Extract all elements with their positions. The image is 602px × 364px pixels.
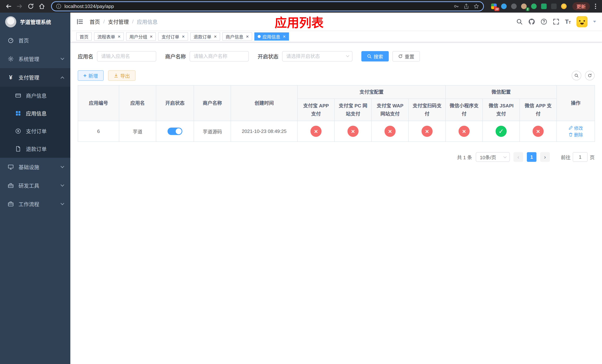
close-icon[interactable]: × [246,34,249,39]
toggle-search-button[interactable] [572,71,581,80]
group-header-wechat: 微信配置 [446,85,557,99]
add-button[interactable]: + 新增 [78,70,104,81]
avatar[interactable] [576,16,588,27]
sidebar-item-merchant-info[interactable]: 商户信息 [0,87,70,104]
breadcrumb-home[interactable]: 首页 [90,18,100,25]
chevron-down-icon [61,202,64,205]
tab-payment-orders[interactable]: 支付订单 × [158,32,188,41]
close-icon[interactable]: × [150,34,152,39]
search-button[interactable]: 搜索 [361,51,389,62]
search-icon[interactable] [516,18,523,25]
refresh-table-button[interactable] [585,71,595,80]
column-header: 支付宝 PC 网站支付 [334,99,372,121]
column-header: 微信小程序支付 [446,99,483,121]
sidebar-item-payment-orders[interactable]: 支付订单 [0,122,70,140]
help-icon[interactable] [540,18,547,25]
column-header: 操作 [557,85,595,121]
total-count: 共 1 条 [457,154,472,161]
tab-home[interactable]: 首页 [76,32,92,41]
breadcrumb: 首页 / 支付管理 / 应用信息 [90,18,158,25]
column-header: 支付宝扫码支付 [408,99,446,121]
goto-page-input[interactable] [573,152,588,162]
extension-icon-8[interactable] [560,3,567,10]
sidebar-item-payment[interactable]: ¥ 支付管理 [0,68,70,87]
tab-app-info[interactable]: 应用信息 × [254,32,289,41]
chevron-down-icon [61,183,64,187]
browser-back-icon[interactable] [4,1,13,11]
column-header: 应用编号 [78,85,119,121]
grid-icon [15,110,22,116]
browser-update-button[interactable]: 更新 [572,2,590,10]
close-icon[interactable]: × [118,34,120,39]
close-icon[interactable]: × [283,34,286,39]
font-size-icon[interactable]: TT [565,19,571,25]
sidebar-item-dev-tools[interactable]: 研发工具 [0,176,70,195]
refresh-icon [398,54,403,59]
extension-icon-4[interactable]: 1 [521,3,527,10]
browser-reload-icon[interactable] [26,1,35,11]
extension-icon-6[interactable] [540,3,547,10]
tab-refund-orders[interactable]: 退款订单 × [190,32,220,41]
extension-icon-3[interactable] [511,3,517,10]
alipay-qr-status-icon: × [421,126,433,137]
status-label: 开启状态 [258,53,279,60]
sidebar: 芋道管理系统 首页 系统管理 ¥ 支付管 [0,13,70,364]
browser-forward-icon[interactable] [15,1,24,11]
sidebar-item-system[interactable]: 系统管理 [0,50,70,68]
sidebar-item-home[interactable]: 首页 [0,31,70,50]
gear-icon [7,56,14,62]
export-button[interactable]: 导出 [108,70,136,81]
extension-icon-5[interactable] [531,3,537,10]
page-unit-label: 页 [590,154,595,161]
close-icon[interactable]: × [214,34,217,39]
status-toggle[interactable] [168,128,182,135]
delete-link[interactable]: 删除 [569,131,583,138]
chevron-down-icon[interactable] [593,21,596,22]
dashboard-icon [7,37,14,43]
coin-yen-icon [15,128,22,134]
breadcrumb-payment[interactable]: 支付管理 [108,18,129,25]
status-select[interactable] [282,51,353,62]
password-key-icon[interactable] [453,3,459,9]
url-text: localhost:1024/pay/app [64,3,114,9]
page-content: 应用名 商户名称 开启状态 [70,42,602,364]
cell-app-name: 芋道 [119,121,156,142]
column-header: 微信 APP 支付 [520,99,557,121]
sidebar-item-app-info[interactable]: 应用信息 [0,104,70,122]
tab-user-group[interactable]: 用户分组 × [126,32,156,41]
tab-merchant-info[interactable]: 商户信息 × [222,32,252,41]
page-1-button[interactable]: 1 [527,152,537,162]
tab-process-form[interactable]: 流程表单 × [94,32,124,41]
app-name-label: 应用名 [78,53,93,60]
next-page-button[interactable]: › [540,152,550,162]
share-icon[interactable] [463,3,469,9]
github-icon[interactable] [528,18,535,25]
close-icon[interactable]: × [182,34,184,39]
app-name-input[interactable] [97,51,156,62]
alipay-pc-status-icon: × [347,126,359,137]
sidebar-item-workflow[interactable]: 工作流程 [0,195,70,213]
sidebar-toggle-icon[interactable] [76,18,84,25]
edit-link[interactable]: 修改 [569,125,583,131]
bookmark-star-icon[interactable] [473,3,479,9]
extension-icon-2[interactable] [501,3,507,10]
address-bar[interactable]: localhost:1024/pay/app [51,1,484,11]
reset-button[interactable]: 重置 [392,51,420,62]
wechat-mini-status-icon: × [459,126,470,137]
prev-page-button[interactable]: ‹ [514,152,523,162]
column-header: 支付宝 WAP 网站支付 [372,99,408,121]
refresh-icon [588,73,592,78]
browser-home-icon[interactable] [37,1,47,11]
browser-menu-icon[interactable] [593,4,598,9]
sidebar-item-refund-orders[interactable]: 退款订单 [0,140,70,158]
page-size-select[interactable] [476,152,510,162]
extension-icon-1[interactable]: 10 [491,3,497,10]
sidebar-item-infrastructure[interactable]: 基础设施 [0,158,70,176]
fullscreen-icon[interactable] [553,18,559,25]
logo-avatar [5,16,16,27]
chevron-up-icon [61,76,64,80]
merchant-name-input[interactable] [190,51,249,62]
extension-icon-7[interactable] [550,3,557,10]
site-info-icon[interactable] [56,3,62,9]
table-toolbar: + 新增 导出 [78,70,595,81]
